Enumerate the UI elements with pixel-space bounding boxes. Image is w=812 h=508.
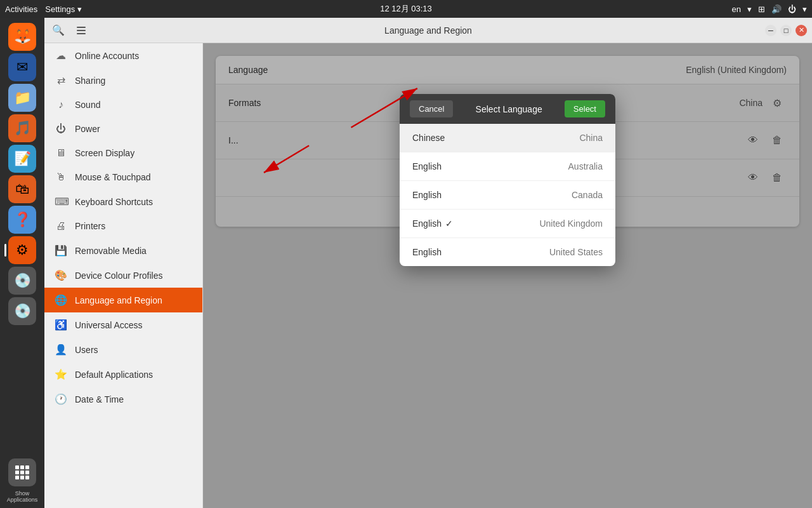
dock-dvd1[interactable]: 💿 [8,267,36,295]
colour-icon: 🎨 [55,269,67,281]
sidebar-label-online-accounts: Online Accounts [75,51,139,61]
network-icon: ⊞ [758,4,765,14]
datetime-icon: 🕐 [55,393,67,405]
dialog-titlebar: Cancel Select Language Select [400,94,615,124]
sidebar-item-online-accounts[interactable]: ☁ Online Accounts [44,43,202,68]
language-list-item-english-uk[interactable]: English ✓ United Kingdom [400,210,615,238]
dialog-title: Select Language [476,104,542,114]
search-button[interactable]: 🔍 [49,22,67,39]
language-list: Chinese China English Australia English [400,124,615,266]
settings-menu-arrow: ▾ [77,4,82,14]
topbar: Activities Settings ▾ 12 12月 03:13 en ▾ … [0,0,812,18]
sidebar-item-language-and-region[interactable]: 🌐 Language and Region [44,288,202,312]
settings-sidebar: ☁ Online Accounts ⇄ Sharing ♪ Sound ⏻ Po… [44,43,203,508]
sidebar-item-printers[interactable]: 🖨 Printers [44,214,202,238]
language-list-item-english-us[interactable]: English United States [400,238,615,266]
locale-dropdown-arrow[interactable]: ▾ [747,4,752,14]
titlebar: 🔍 Language and Region ─ □ ✕ [44,18,812,43]
dock-settings[interactable]: ⚙ [8,236,36,264]
language-list-item-english-ca[interactable]: English Canada [400,181,615,210]
power-icon: ⏻ [788,4,796,14]
sidebar-label-sound: Sound [75,100,100,110]
dock-firefox[interactable]: 🦊 [8,23,36,51]
settings-menu-label: Settings [45,4,75,14]
dock-dvd2[interactable]: 💿 [8,297,36,325]
sidebar-item-removable-media[interactable]: 💾 Removable Media [44,238,202,263]
sidebar-label-screen-display: Screen Display [75,148,134,158]
window-title: Language and Region [384,25,472,36]
dock-rhythmbox[interactable]: 🎵 [8,114,36,142]
dock-appstore[interactable]: 🛍 [8,175,36,203]
sound-icon: ♪ [55,99,67,110]
language-name-english-au: English [412,161,442,171]
language-name-english-uk: English ✓ [412,218,453,229]
system-menu-arrow[interactable]: ▾ [802,4,807,14]
settings-menu[interactable]: Settings ▾ [45,4,82,14]
default-apps-icon: ⭐ [55,368,67,380]
menu-button[interactable] [72,22,90,39]
language-list-item-chinese[interactable]: Chinese China [400,124,615,152]
sidebar-item-device-colour-profiles[interactable]: 🎨 Device Colour Profiles [44,263,202,288]
close-button[interactable]: ✕ [796,25,807,36]
app-window: 🔍 Language and Region ─ □ ✕ ☁ Online Acc… [44,18,812,508]
mouse-icon: 🖱 [55,171,67,183]
sidebar-item-mouse-touchpad[interactable]: 🖱 Mouse & Touchpad [44,165,202,189]
dock-help[interactable]: ❓ [8,206,36,234]
dialog-overlay: Cancel Select Language Select Chinese Ch… [203,43,812,508]
dock-thunderbird[interactable]: ✉ [8,53,36,81]
media-icon: 💾 [55,244,67,257]
sidebar-item-power[interactable]: ⏻ Power [44,117,202,141]
sidebar-label-universal-access: Universal Access [75,320,143,330]
dock-writer[interactable]: 📝 [8,145,36,173]
users-icon: 👤 [55,344,67,356]
dock: 🦊 ✉ 📁 🎵 📝 🛍 ❓ ⚙ 💿 💿 Show Applications [0,18,44,508]
sidebar-label-sharing: Sharing [75,76,105,86]
select-button[interactable]: Select [565,100,605,117]
activities-button[interactable]: Activities [5,4,37,14]
dock-files[interactable]: 📁 [8,84,36,112]
show-applications-label: Show Applications [0,490,44,503]
sidebar-label-device-colour-profiles: Device Colour Profiles [75,271,163,281]
sidebar-item-users[interactable]: 👤 Users [44,337,202,362]
language-name-english-us: English [412,247,442,257]
datetime: 12 12月 03:13 [380,3,432,15]
sidebar-label-date-time: Date & Time [75,394,124,404]
printer-icon: 🖨 [55,220,67,232]
language-list-item-english-au[interactable]: English Australia [400,152,615,181]
sidebar-item-date-time[interactable]: 🕐 Date & Time [44,387,202,411]
checkmark-uk: ✓ [445,218,453,229]
sidebar-label-default-applications: Default Applications [75,370,153,380]
language-region-chinese: China [579,133,603,143]
sidebar-item-default-applications[interactable]: ⭐ Default Applications [44,362,202,387]
language-icon: 🌐 [55,294,67,306]
sharing-icon: ⇄ [55,74,67,86]
screen-icon: 🖥 [55,147,67,159]
sidebar-item-universal-access[interactable]: ♿ Universal Access [44,312,202,337]
main-content: Language English (United Kingdom) Format… [203,43,812,508]
svg-line-3 [264,145,309,173]
sidebar-item-screen-display[interactable]: 🖥 Screen Display [44,141,202,165]
sidebar-label-printers: Printers [75,221,105,231]
language-name-english-ca: English [412,190,442,200]
sidebar-label-power: Power [75,124,100,134]
power-icon: ⏻ [55,123,67,135]
cancel-button[interactable]: Cancel [410,100,453,117]
language-region-english-uk: United Kingdom [539,218,603,229]
sidebar-label-language-and-region: Language and Region [75,295,162,305]
sidebar-item-keyboard-shortcuts[interactable]: ⌨ Keyboard Shortcuts [44,189,202,214]
access-icon: ♿ [55,319,67,331]
locale-indicator[interactable]: en [732,4,741,14]
sidebar-label-users: Users [75,345,98,355]
language-name-chinese: Chinese [412,133,445,143]
select-language-dialog: Cancel Select Language Select Chinese Ch… [400,94,615,266]
sidebar-item-sharing[interactable]: ⇄ Sharing [44,68,202,93]
maximize-button[interactable]: □ [780,25,792,36]
cloud-icon: ☁ [55,50,67,62]
sound-icon: 🔊 [771,4,782,14]
minimize-button[interactable]: ─ [765,25,776,36]
sidebar-item-sound[interactable]: ♪ Sound [44,93,202,117]
show-applications-button[interactable] [8,458,36,486]
sidebar-label-mouse-touchpad: Mouse & Touchpad [75,172,151,182]
language-region-english-ca: Canada [572,190,603,200]
keyboard-icon: ⌨ [55,196,67,208]
